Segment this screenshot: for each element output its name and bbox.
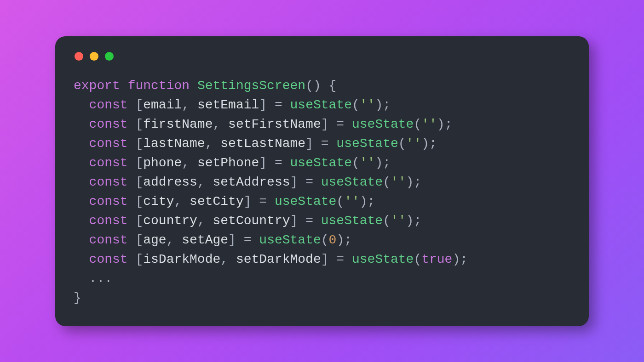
call: useState: [290, 156, 352, 170]
lp: (: [336, 194, 344, 209]
comma: ,: [182, 156, 197, 170]
rbracket: ]: [244, 194, 252, 209]
setter-name: setFirstName: [228, 117, 321, 131]
comma: ,: [174, 194, 190, 209]
eq: =: [298, 175, 321, 189]
setter-name: setCountry: [213, 214, 290, 228]
semi: ;: [414, 214, 421, 228]
arg: '': [421, 117, 437, 131]
arg: 0: [329, 233, 337, 247]
semi: ;: [460, 252, 468, 266]
rp: ): [406, 214, 414, 228]
setter-name: setPhone: [197, 156, 259, 170]
brace-open: {: [329, 79, 337, 93]
rbracket: ]: [321, 117, 329, 131]
close-dot-icon[interactable]: [75, 52, 83, 61]
semi: ;: [445, 117, 453, 131]
kw-const: const: [89, 98, 128, 112]
rp: ): [375, 156, 383, 170]
fn-name: SettingsScreen: [197, 79, 305, 93]
var-name: lastName: [143, 136, 205, 151]
call: useState: [336, 136, 398, 151]
comma: ,: [197, 214, 213, 228]
semi: ;: [368, 194, 375, 209]
lbracket: [: [135, 214, 143, 228]
call: useState: [352, 117, 414, 131]
lp: (: [414, 117, 421, 131]
kw-const: const: [89, 194, 128, 209]
arg: '': [406, 136, 422, 151]
var-name: address: [143, 175, 197, 189]
arg: '': [391, 214, 406, 228]
kw-const: const: [89, 233, 128, 247]
kw-export: export: [74, 79, 120, 93]
lbracket: [: [135, 252, 143, 266]
comma: ,: [213, 117, 228, 131]
setter-name: setAge: [182, 233, 228, 247]
kw-const: const: [89, 214, 128, 228]
lp: (: [321, 233, 329, 247]
lp: (: [383, 175, 391, 189]
comma: ,: [220, 252, 236, 266]
eq: =: [267, 156, 290, 170]
var-name: phone: [143, 156, 182, 170]
eq: =: [236, 233, 259, 247]
zoom-dot-icon[interactable]: [105, 52, 114, 61]
semi: ;: [344, 233, 352, 247]
semi: ;: [383, 98, 391, 112]
arg: true: [421, 252, 452, 266]
rbracket: ]: [290, 214, 298, 228]
setter-name: setDarkMode: [236, 252, 321, 266]
rp: ): [336, 233, 344, 247]
arg: '': [391, 175, 406, 189]
rbracket: ]: [305, 136, 313, 151]
brace-close: }: [74, 291, 81, 305]
parens: (): [305, 79, 321, 93]
arg: '': [360, 156, 375, 170]
lbracket: [: [135, 175, 143, 189]
rp: ): [406, 175, 414, 189]
arg: '': [360, 98, 375, 112]
kw-const: const: [89, 175, 128, 189]
lp: (: [352, 156, 360, 170]
lbracket: [: [135, 156, 143, 170]
lp: (: [383, 214, 391, 228]
semi: ;: [414, 175, 421, 189]
kw-function: function: [128, 79, 190, 93]
comma: ,: [205, 136, 221, 151]
rbracket: ]: [228, 233, 236, 247]
minimize-dot-icon[interactable]: [90, 52, 98, 61]
rbracket: ]: [259, 156, 267, 170]
eq: =: [329, 117, 352, 131]
lbracket: [: [135, 117, 143, 131]
comma: ,: [167, 233, 182, 247]
call: useState: [352, 252, 414, 266]
rp: ): [452, 252, 460, 266]
lbracket: [: [135, 98, 143, 112]
eq: =: [313, 136, 336, 151]
kw-const: const: [89, 117, 128, 131]
setter-name: setCity: [190, 194, 244, 209]
call: useState: [275, 194, 336, 209]
code-block: export function SettingsScreen() { const…: [74, 76, 570, 308]
rp: ): [421, 136, 429, 151]
eq: =: [267, 98, 290, 112]
lp: (: [352, 98, 360, 112]
arg: '': [344, 194, 360, 209]
comma: ,: [182, 98, 197, 112]
code-window: export function SettingsScreen() { const…: [55, 36, 589, 326]
rbracket: ]: [290, 175, 298, 189]
semi: ;: [383, 156, 391, 170]
semi: ;: [429, 136, 437, 151]
lp: (: [398, 136, 406, 151]
lbracket: [: [135, 233, 143, 247]
var-name: country: [143, 214, 197, 228]
var-name: age: [143, 233, 166, 247]
comma: ,: [197, 175, 213, 189]
setter-name: setEmail: [197, 98, 259, 112]
rbracket: ]: [259, 98, 267, 112]
rp: ): [375, 98, 383, 112]
var-name: email: [143, 98, 182, 112]
var-name: firstName: [143, 117, 213, 131]
eq: =: [252, 194, 275, 209]
